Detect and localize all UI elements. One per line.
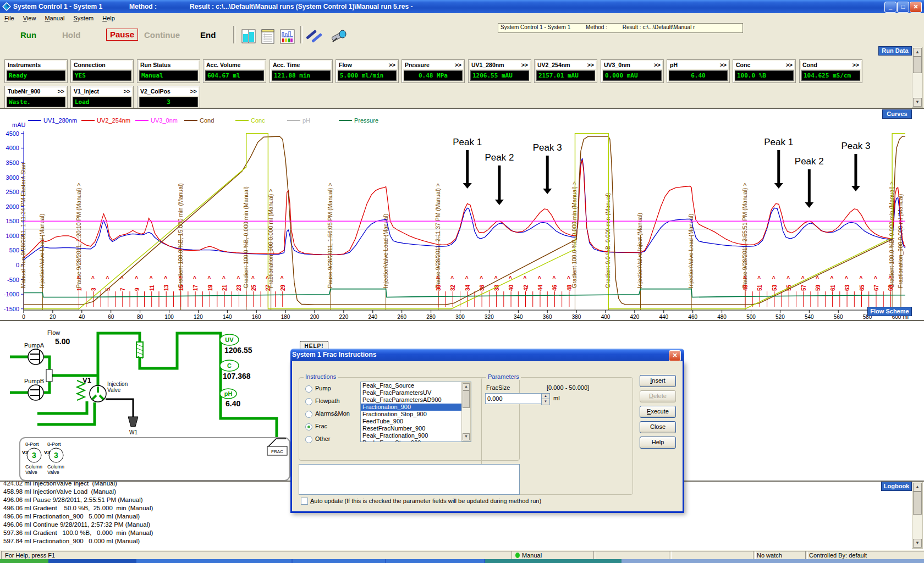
field-expand-icon[interactable]: >> — [853, 61, 859, 69]
logbook-chip[interactable]: Logbook — [881, 482, 912, 491]
instructions-list-scrollbar[interactable]: ▲ ▼ — [461, 382, 471, 441]
logbook-entry[interactable]: 496.06 ml Fractionation_900 5.000 ml (Ma… — [0, 512, 924, 521]
connect-pens-icon[interactable] — [304, 29, 326, 44]
pump-b-icon[interactable] — [28, 385, 43, 400]
run-data-field-uv1-280nm[interactable]: UV1_280nm>>1206.55 mAU — [468, 59, 531, 83]
list-item-fractionation_900[interactable]: Fractionation_900 — [361, 404, 471, 411]
scroll-up-icon[interactable]: ▲ — [913, 483, 922, 492]
menu-system[interactable]: System — [69, 13, 98, 23]
radio-pump[interactable] — [305, 385, 312, 393]
list-item-peak_fracparametersuv[interactable]: Peak_FracParametersUV — [361, 389, 471, 396]
run-data-field-v2-colpos[interactable]: V2_ColPos>>3 — [137, 86, 200, 109]
radio-other[interactable] — [305, 436, 312, 443]
list-item-feedtube_900[interactable]: FeedTube_900 — [361, 418, 471, 425]
windows-taskbar[interactable] — [0, 559, 924, 563]
x-tick-label: 460 — [688, 314, 697, 320]
field-expand-icon[interactable]: >> — [654, 61, 661, 69]
dialog-close-icon[interactable]: ✕ — [669, 350, 681, 361]
scroll-down-icon[interactable]: ▼ — [913, 539, 922, 548]
run-data-field-v1-inject[interactable]: V1_Inject>>Load — [70, 86, 134, 109]
list-item-peak_frac_stop_900[interactable]: Peak_Frac_Stop_900 — [361, 439, 471, 442]
menu-help[interactable]: Help — [98, 13, 119, 23]
run-data-view-icon[interactable] — [240, 29, 258, 44]
taskbar-segment[interactable] — [485, 559, 622, 563]
hold-button[interactable]: Hold — [62, 30, 80, 40]
run-data-field-ph[interactable]: pH>>6.40 — [667, 59, 730, 83]
execute-button[interactable]: Execute — [640, 406, 676, 418]
field-expand-icon[interactable]: >> — [58, 87, 64, 96]
taskbar-segment[interactable] — [386, 559, 484, 563]
run-data-field-pressure[interactable]: Pressure>> 0.48 MPa — [402, 59, 465, 83]
curves-chip[interactable]: Curves — [882, 109, 912, 119]
radio-flowpath[interactable] — [305, 398, 312, 405]
fracsize-input[interactable]: 0.000 — [485, 393, 543, 404]
curves-view-icon[interactable] — [279, 29, 296, 44]
logbook-entry[interactable]: 597.36 ml Gradient 100.0 %B, 0.000 min (… — [0, 529, 924, 537]
pump-a-icon[interactable] — [28, 349, 43, 365]
dialog-titlebar[interactable]: System 1 Frac Instructions — [290, 349, 684, 361]
list-item-peak_fracparametersad900[interactable]: Peak_FracParametersAD900 — [361, 396, 471, 404]
scroll-thumb[interactable] — [913, 57, 922, 73]
taskbar-segment[interactable] — [48, 559, 136, 563]
help-button[interactable]: Help — [640, 437, 676, 449]
insert-button[interactable]: Insert — [640, 375, 676, 387]
taskbar-segment[interactable] — [0, 559, 48, 563]
menu-file[interactable]: File — [0, 13, 19, 23]
field-expand-icon[interactable]: >> — [521, 61, 528, 69]
scroll-down-icon[interactable]: ▼ — [913, 98, 922, 107]
logbook-scrollbar[interactable]: ▲ ▼ — [912, 482, 923, 549]
y-tick-label: 0 — [16, 262, 19, 268]
pause-button[interactable]: Pause — [106, 29, 138, 41]
field-expand-icon[interactable]: >> — [720, 61, 727, 69]
run-button[interactable]: Run — [20, 30, 36, 40]
logbook-entry[interactable]: 597.84 ml Fractionation_900 0.000 ml (Ma… — [0, 537, 924, 545]
scroll-thumb[interactable] — [463, 390, 470, 408]
field-expand-icon[interactable]: >> — [124, 87, 130, 96]
run-data-field-cond[interactable]: Cond>>104.625 mS/cm — [799, 59, 862, 83]
telescope-icon[interactable] — [328, 29, 349, 44]
scroll-up-icon[interactable]: ▲ — [913, 48, 922, 57]
menu-view[interactable]: View — [19, 13, 41, 23]
curves-panel[interactable]: UV1_280nmUV2_254nmUV3_0nmCondConcpHPress… — [0, 108, 924, 320]
radio-alarms-mon[interactable] — [305, 411, 312, 418]
list-item-peak_fractionation_900[interactable]: Peak_Fractionation_900 — [361, 432, 471, 439]
continue-button[interactable]: Continue — [144, 30, 180, 40]
field-expand-icon[interactable]: >> — [455, 61, 461, 69]
list-item-resetfracnumber_900[interactable]: ResetFracNumber_900 — [361, 425, 471, 432]
instructions-list[interactable]: Peak_Frac_SourcePeak_FracParametersUVPea… — [360, 382, 471, 442]
field-expand-icon[interactable]: >> — [587, 61, 594, 69]
scroll-down-icon[interactable]: ▼ — [463, 433, 470, 440]
logbook-view-icon[interactable] — [260, 29, 277, 44]
taskbar-segment[interactable] — [293, 559, 385, 563]
field-expand-icon[interactable]: >> — [786, 61, 793, 69]
field-expand-icon[interactable]: >> — [389, 61, 395, 69]
maximize-button[interactable]: □ — [897, 2, 909, 13]
run-data-scrollbar[interactable]: ▲ ▼ — [912, 47, 923, 108]
minimize-button[interactable]: _ — [884, 2, 897, 13]
scroll-thumb[interactable] — [913, 492, 922, 515]
run-data-field-uv2-254nm[interactable]: UV2_254nm>>2157.01 mAU — [534, 59, 597, 83]
chromatogram[interactable]: UV1_280nmUV2_254nmUV3_0nmCondConcpHPress… — [0, 109, 911, 320]
close-button[interactable]: Close — [640, 421, 676, 433]
auto-update-checkbox[interactable] — [301, 498, 308, 505]
spinner-down-icon[interactable]: ▼ — [541, 399, 550, 405]
field-expand-icon[interactable]: >> — [190, 87, 197, 96]
run-data-field-flow[interactable]: Flow>>5.000 ml/min — [336, 59, 399, 83]
run-data-chip[interactable]: Run Data — [878, 46, 912, 56]
run-data-field-conc[interactable]: Conc>>100.0 %B — [733, 59, 796, 83]
run-data-field-tubenr-900[interactable]: TubeNr_900>>Waste. — [4, 86, 68, 109]
flow-scheme-chip[interactable]: Flow Scheme — [867, 307, 912, 316]
end-button[interactable]: End — [200, 30, 216, 40]
list-item-fractionation_stop_900[interactable]: Fractionation_Stop_900 — [361, 411, 471, 418]
radio-frac[interactable] — [305, 423, 312, 430]
legend-label-UV1_280nm: UV1_280nm — [43, 117, 77, 124]
menu-manual[interactable]: Manual — [40, 13, 69, 23]
taskbar-segment[interactable] — [622, 559, 924, 563]
legend-label-UV2_254nm: UV2_254nm — [97, 117, 130, 124]
logbook-entry[interactable]: 496.06 ml Continue 9/28/2011, 2:57:32 PM… — [0, 521, 924, 529]
list-item-peak_frac_source[interactable]: Peak_Frac_Source — [361, 382, 471, 389]
run-data-field-uv3-0nm[interactable]: UV3_0nm>>0.000 mAU — [601, 59, 664, 83]
close-button[interactable]: ✕ — [910, 2, 922, 13]
scroll-up-icon[interactable]: ▲ — [463, 383, 470, 390]
taskbar-segment[interactable] — [136, 559, 292, 563]
